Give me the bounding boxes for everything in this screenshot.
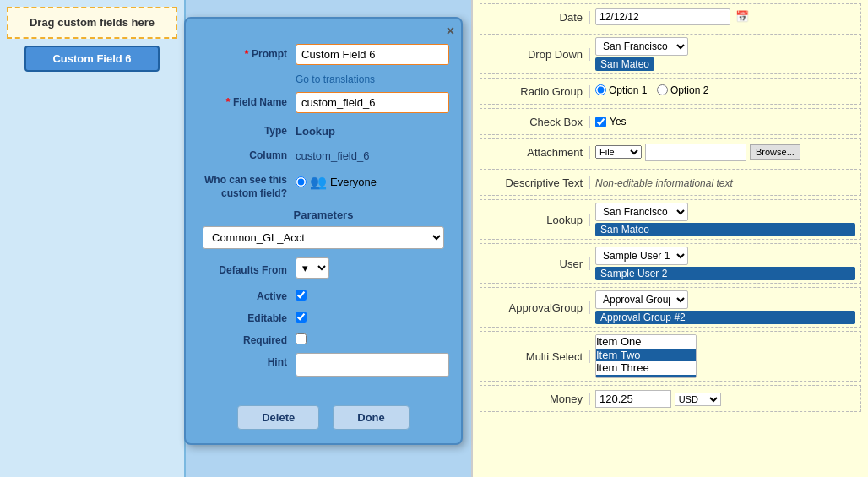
modal-footer: Delete Done: [186, 398, 461, 443]
user-value-cell: Sample User 1 Sample User 2: [590, 244, 860, 283]
drag-area-text: Drag custom fields here: [30, 16, 155, 29]
hint-label: Hint: [203, 353, 296, 368]
type-row: Type Lookup: [203, 122, 444, 138]
date-field-row: Date 📅: [480, 3, 861, 30]
checkbox-input[interactable]: [595, 117, 606, 127]
checkbox-label: Check Box: [480, 116, 590, 128]
checkbox-value-cell: Yes: [590, 113, 860, 130]
radiogroup-value-cell: Option 1 Option 2: [590, 82, 860, 101]
column-label: Column: [203, 146, 296, 161]
defaults-from-label: Defaults From: [203, 261, 296, 276]
dropdown-value-cell: San Francisco San Mateo: [590, 35, 860, 73]
modal-dialog: × * Prompt Go to translations * Field Na…: [184, 17, 463, 445]
multiselect-input[interactable]: Item One Item Two Item Three Item Four: [595, 334, 697, 378]
prompt-label: * Prompt: [203, 44, 296, 60]
attachment-wrap: File Browse...: [595, 144, 855, 161]
dropdown-selected-tag: San Mateo: [595, 57, 654, 71]
prompt-input[interactable]: [296, 44, 449, 65]
everyone-radio[interactable]: [296, 176, 307, 187]
editable-row: Editable: [203, 309, 444, 324]
currency-select[interactable]: USD: [675, 393, 721, 406]
defaults-from-select[interactable]: ▾: [296, 257, 329, 279]
approvalgroup-label: ApprovalGroup: [480, 301, 590, 314]
attachment-type-select[interactable]: File: [595, 145, 642, 159]
required-label: Required: [203, 331, 296, 346]
dropdown-label: Drop Down: [480, 48, 590, 61]
user-field-row: User Sample User 1 Sample User 2: [480, 243, 861, 284]
field-name-label: * Field Name: [203, 92, 296, 108]
hint-input[interactable]: [296, 353, 449, 377]
date-label: Date: [480, 11, 590, 24]
approvalgroup-selected-tag: Approval Group #2: [595, 311, 855, 324]
required-checkbox[interactable]: [296, 333, 307, 344]
left-panel: Drag custom fields here Custom Field 6: [0, 0, 186, 477]
multiselect-field-row: Multi Select Item One Item Two Item Thre…: [480, 331, 861, 382]
user-label: User: [480, 257, 590, 270]
close-button[interactable]: ×: [447, 24, 454, 39]
descriptive-field-row: Descriptive Text Non-editable informatio…: [480, 169, 861, 196]
done-button[interactable]: Done: [333, 405, 410, 430]
go-to-translations-link[interactable]: Go to translations: [296, 73, 444, 85]
editable-label: Editable: [203, 309, 296, 324]
dropdown-field-row: Drop Down San Francisco San Mateo: [480, 34, 861, 74]
user-wrap: Sample User 1 Sample User 2: [595, 247, 855, 280]
descriptive-text: Non-editable informational text: [595, 177, 733, 189]
active-checkbox[interactable]: [296, 290, 307, 301]
lookup-select[interactable]: San Francisco: [595, 203, 688, 221]
person-icon: 👥: [310, 174, 327, 190]
money-input[interactable]: [595, 390, 671, 408]
lookup-value-cell: San Francisco San Mateo: [590, 200, 860, 239]
lookup-label: Lookup: [480, 214, 590, 226]
parameters-label: Parameters: [203, 209, 444, 221]
drag-area: Drag custom fields here: [7, 7, 177, 39]
money-label: Money: [480, 393, 590, 405]
checkbox-value: Yes: [595, 116, 855, 127]
date-input[interactable]: [595, 8, 730, 25]
checkbox-field-row: Check Box Yes: [480, 108, 861, 135]
calendar-icon[interactable]: 📅: [735, 10, 749, 23]
approvalgroup-value-cell: Approval Group #1 Approval Group #2: [590, 288, 860, 327]
delete-button[interactable]: Delete: [237, 405, 319, 430]
modal-body: * Prompt Go to translations * Field Name…: [186, 41, 461, 398]
money-value-cell: USD: [590, 388, 860, 410]
active-row: Active: [203, 287, 444, 302]
multiselect-label: Multi Select: [480, 350, 590, 363]
type-value: Lookup: [296, 122, 335, 138]
field-name-input[interactable]: [296, 92, 449, 113]
descriptive-label: Descriptive Text: [480, 176, 590, 189]
radiogroup-label: Radio Group: [480, 85, 590, 98]
editable-checkbox[interactable]: [296, 312, 307, 323]
who-can-see-row: Who can see this custom field? 👥 Everyon…: [203, 171, 444, 200]
who-can-see-value: 👥 Everyone: [296, 171, 377, 190]
lookup-selected-tag: San Mateo: [595, 223, 855, 236]
lookup-field-row: Lookup San Francisco San Mateo: [480, 199, 861, 240]
defaults-from-row: Defaults From ▾: [203, 257, 444, 279]
active-label: Active: [203, 287, 296, 302]
radiogroup-field-row: Radio Group Option 1 Option 2: [480, 78, 861, 105]
prompt-row: * Prompt: [203, 44, 444, 65]
lookup-wrap: San Francisco San Mateo: [595, 203, 855, 236]
modal-header: ×: [186, 19, 461, 41]
radio-option-2[interactable]: Option 2: [657, 84, 708, 96]
parameters-select[interactable]: Common_GL_Acct: [203, 226, 444, 249]
attachment-value-cell: File Browse...: [590, 141, 860, 164]
radio-option-1[interactable]: Option 1: [595, 84, 647, 96]
who-can-see-label: Who can see this custom field?: [203, 171, 296, 200]
approvalgroup-select[interactable]: Approval Group #1: [595, 290, 688, 309]
attachment-text-input[interactable]: [645, 144, 746, 161]
field-name-row: * Field Name: [203, 92, 444, 113]
attachment-field-row: Attachment File Browse...: [480, 138, 861, 165]
custom-field-button[interactable]: Custom Field 6: [24, 46, 160, 72]
browse-button[interactable]: Browse...: [750, 144, 800, 160]
everyone-label: Everyone: [330, 176, 377, 188]
user-select[interactable]: Sample User 1: [595, 247, 688, 265]
money-field-row: Money USD: [480, 385, 861, 412]
column-row: Column custom_field_6: [203, 146, 444, 162]
approvalgroup-field-row: ApprovalGroup Approval Group #1 Approval…: [480, 287, 861, 328]
hint-row: Hint: [203, 353, 444, 377]
dropdown-select[interactable]: San Francisco: [595, 37, 688, 56]
attachment-label: Attachment: [480, 146, 590, 159]
approvalgroup-wrap: Approval Group #1 Approval Group #2: [595, 290, 855, 324]
type-label: Type: [203, 122, 296, 137]
column-value: custom_field_6: [296, 146, 369, 162]
